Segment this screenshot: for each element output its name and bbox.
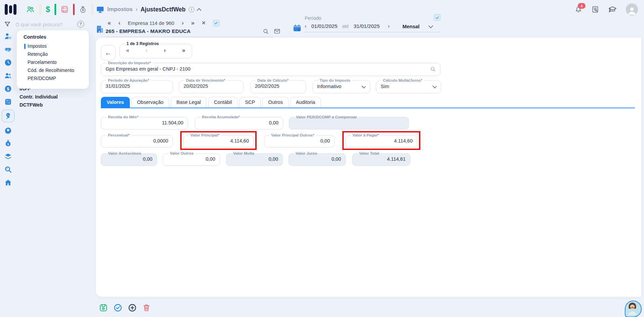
menu-item-per-dcomp[interactable]: PER/DCOMP	[17, 74, 89, 82]
controles-menu: Controles Impostos Retenção Parcelamento…	[17, 30, 89, 89]
data-calculo-field[interactable]: Data de Cálculo* 20/02/2025	[250, 79, 306, 93]
valor-principal-outros-field[interactable]: Valor Principal Outros* 0,00	[264, 133, 335, 148]
tipo-imposto-dropdown-icon[interactable]	[362, 84, 366, 88]
company-last-icon[interactable]: »	[191, 19, 194, 27]
app-logo[interactable]	[5, 4, 16, 15]
graduation-icon[interactable]	[608, 5, 617, 14]
add-icon[interactable]	[128, 303, 137, 312]
calculo-multa-juros-select[interactable]: Cálculo Multa/Juros* Sim	[376, 79, 441, 93]
record-prev-icon[interactable]: ‹	[146, 47, 148, 54]
valor-principal-highlight: Valor Principal* 4.114,60	[183, 133, 254, 148]
breadcrumb-section[interactable]: Impostos	[107, 6, 133, 13]
period-end-date[interactable]: 31/01/2025	[353, 23, 380, 29]
filter-icon[interactable]	[4, 21, 11, 28]
tipo-imposto-select[interactable]: Tipo do Imposto Informativo	[312, 79, 370, 93]
record-first-icon[interactable]: «	[126, 47, 129, 54]
audit-log-icon[interactable]	[591, 5, 599, 13]
period-mode[interactable]: Mensal	[403, 24, 420, 29]
descricao-imposto-value: Gps Empresas em geral - CNPJ - 2100	[106, 66, 190, 72]
menu-item-impostos[interactable]: Impostos	[17, 42, 89, 50]
descricao-imposto-field[interactable]: Descrição do Imposto* Gps Empresas em ge…	[101, 61, 441, 76]
calculo-multa-juros-value: Sim	[381, 83, 389, 90]
valor-principal-field[interactable]: Valor Principal* 4.114,60	[183, 133, 254, 148]
tab-valores[interactable]: Valores	[101, 97, 130, 108]
company-first-icon[interactable]: «	[108, 19, 111, 27]
dollar-circle-icon[interactable]: $	[4, 85, 12, 93]
tab-scp[interactable]: SCP	[239, 97, 261, 108]
data-vencimento-field[interactable]: Data de Vencimento* 20/02/2025	[179, 79, 243, 93]
valor-outros-field[interactable]: Valor Outros 0,00	[163, 152, 220, 166]
valor-perdcomp-value	[294, 119, 404, 129]
people-icon[interactable]	[4, 72, 12, 80]
company-search-icon[interactable]	[263, 28, 269, 35]
search-icon[interactable]	[4, 165, 12, 173]
period-checkbox[interactable]	[434, 14, 441, 21]
period-dropdown-icon[interactable]	[428, 23, 433, 28]
dollar-icon[interactable]: $	[46, 6, 50, 13]
receita-acumulada-field[interactable]: Receita Acumulada* 0,00	[195, 115, 283, 129]
money-bag-icon[interactable]: $	[4, 139, 12, 147]
tab-base-legal[interactable]: Base Legal	[171, 97, 207, 108]
valor-acrescimos-field: Valor Acréscimos 0,00	[101, 152, 157, 166]
search-input[interactable]	[15, 21, 73, 28]
divider	[39, 4, 41, 15]
valor-a-pagar-field[interactable]: Valor à Pagar* 4.114,60	[345, 133, 417, 148]
company-clear-icon[interactable]: ×	[202, 19, 205, 27]
support-chat-avatar[interactable]	[625, 301, 642, 317]
record-last-icon[interactable]: »	[182, 47, 185, 54]
people-icon[interactable]	[26, 5, 35, 14]
menu-section-contr-individual[interactable]: Contr. Individual	[20, 94, 58, 100]
gear-icon[interactable]	[4, 126, 12, 134]
periodo-apuracao-label: Período de Apuração*	[106, 79, 151, 83]
period-next-icon[interactable]: ›	[388, 23, 390, 30]
lookup-icon[interactable]	[430, 66, 436, 72]
confirm-icon[interactable]	[113, 303, 122, 312]
menu-item-parcelamento[interactable]: Parcelamento	[17, 58, 89, 66]
company-next-icon[interactable]: ›	[182, 19, 184, 27]
valor-total-label: Valor Total	[357, 152, 381, 156]
collapse-icon[interactable]	[197, 8, 201, 12]
breadcrumb-separator-icon: ›	[136, 6, 138, 12]
bell-icon[interactable]: 4	[574, 5, 582, 13]
descricao-imposto-label: Descrição do Imposto*	[106, 61, 153, 65]
help-icon[interactable]: ?	[77, 21, 84, 28]
handshake-icon[interactable]	[4, 45, 12, 53]
calculator-icon[interactable]	[61, 5, 69, 13]
info-icon[interactable]: i	[189, 7, 194, 12]
layers-icon[interactable]	[4, 152, 12, 160]
breadcrumb: Impostos › AjustesDctfWeb i	[96, 0, 201, 19]
tab-bar: Valores Observação Base Legal Contábil S…	[101, 97, 635, 108]
tab-contabil[interactable]: Contábil	[208, 97, 237, 108]
company-mail-icon[interactable]	[274, 28, 280, 35]
calendar-icon	[293, 24, 302, 33]
back-button[interactable]: ←	[101, 45, 116, 61]
user-settings-icon[interactable]	[4, 32, 12, 40]
company-prev-icon[interactable]: ‹	[118, 19, 120, 27]
menu-item-cod-recolhimento[interactable]: Cód. de Recolhimento	[17, 66, 89, 74]
delete-icon[interactable]	[142, 304, 151, 312]
save-icon[interactable]	[99, 303, 108, 312]
percentual-value: 0,0000	[106, 137, 168, 148]
period-start-date[interactable]: 01/01/2025	[311, 23, 338, 29]
footer-actions	[99, 303, 151, 312]
valor-perdcomp-label: Valor PER/DCOMP a Compensar	[294, 115, 358, 119]
period-prev-icon[interactable]: ‹	[305, 23, 307, 30]
home-icon[interactable]	[4, 179, 12, 187]
money-bag-icon[interactable]	[79, 6, 87, 13]
clock-icon[interactable]	[4, 58, 12, 67]
calculo-multa-juros-dropdown-icon[interactable]	[432, 84, 437, 88]
company-checkbox[interactable]	[213, 20, 220, 27]
tab-observacao[interactable]: Observação	[131, 97, 169, 108]
calculator-icon[interactable]	[4, 98, 12, 106]
tab-auditoria[interactable]: Auditoria	[290, 97, 321, 108]
tax-adjust-icon-active[interactable]	[2, 110, 14, 122]
record-next-icon[interactable]: ›	[164, 47, 166, 54]
tab-outros[interactable]: Outros	[262, 97, 289, 108]
percentual-field[interactable]: Percentual* 0,0000	[101, 133, 173, 148]
periodo-apuracao-field[interactable]: Período de Apuração* 31/01/2025	[101, 79, 173, 93]
receita-mes-field[interactable]: Receita do Mês* 11.504,00	[101, 115, 188, 129]
avatar[interactable]	[626, 3, 638, 15]
tipo-imposto-value: Informativo	[317, 83, 341, 90]
menu-item-retencao[interactable]: Retenção	[17, 50, 89, 58]
menu-section-dctfweb[interactable]: DCTFWeb	[20, 102, 58, 108]
